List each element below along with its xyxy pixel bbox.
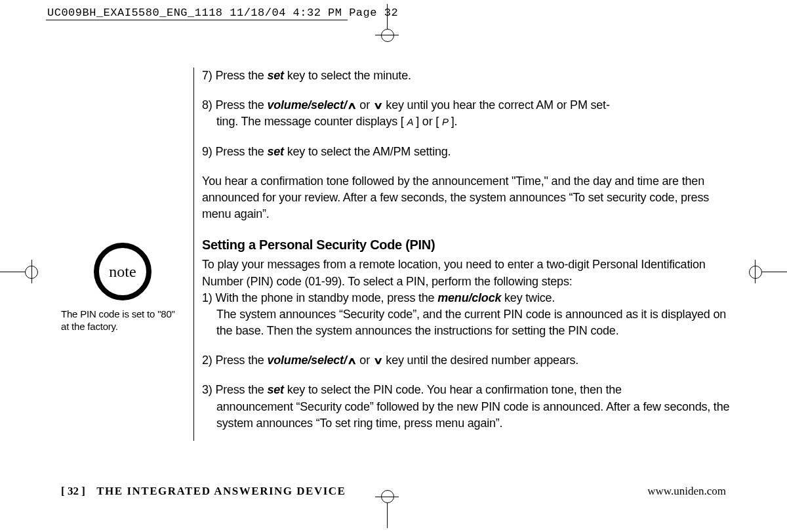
footer-section-title: THE INTEGRATED ANSWERING DEVICE bbox=[96, 485, 346, 497]
note-icon-label: note bbox=[109, 263, 136, 281]
manual-page: UC009BH_EXAI5580_ENG_1118 11/18/04 4:32 … bbox=[0, 0, 787, 532]
step8-indent-b: ] or [ bbox=[413, 115, 441, 128]
step9-text-a: 9) Press the bbox=[202, 145, 267, 158]
sidebar-note: note The PIN code is set to "80" at the … bbox=[61, 243, 182, 333]
crop-mark-left-icon bbox=[0, 272, 26, 272]
footer-url: www.uniden.com bbox=[647, 485, 726, 498]
pin3-text-a: 3) Press the bbox=[202, 383, 267, 396]
step-8: 8) Press the volume/select/∧ or ∨ key un… bbox=[202, 97, 733, 130]
pin2-text-c: key until the desired number appears. bbox=[383, 354, 579, 367]
key-volume-select: volume/select/ bbox=[267, 354, 346, 367]
crop-mark-top-cross bbox=[375, 35, 399, 35]
up-arrow-icon: ∧ bbox=[347, 98, 357, 112]
crop-mark-right-cross bbox=[755, 260, 756, 283]
crop-mark-left-cross bbox=[31, 260, 32, 283]
crop-mark-right-icon bbox=[761, 272, 787, 272]
main-content: 7) Press the set key to select the minut… bbox=[193, 68, 733, 441]
step9-text-b: key to select the AM/PM setting. bbox=[284, 145, 451, 158]
pin2-text-a: 2) Press the bbox=[202, 354, 267, 367]
print-slug: UC009BH_EXAI5580_ENG_1118 11/18/04 4:32 … bbox=[47, 7, 398, 19]
down-arrow-icon: ∨ bbox=[373, 98, 383, 112]
up-arrow-icon: ∧ bbox=[347, 354, 357, 367]
step8-text-c: key until you hear the correct AM or PM … bbox=[383, 98, 610, 112]
note-text: The PIN code is set to "80" at the facto… bbox=[61, 308, 182, 333]
down-arrow-icon: ∨ bbox=[373, 354, 383, 367]
pin-step-2: 2) Press the volume/select/∧ or ∨ key un… bbox=[202, 352, 733, 369]
pin2-text-b: or bbox=[357, 354, 373, 367]
step-7: 7) Press the set key to select the minut… bbox=[202, 68, 733, 84]
slug-underline bbox=[46, 20, 348, 20]
footer-left: [ 32 ] THE INTEGRATED ANSWERING DEVICE bbox=[61, 485, 346, 498]
key-volume-select: volume/select/ bbox=[267, 98, 346, 112]
step7-text-b: key to select the minute. bbox=[284, 69, 411, 82]
crop-mark-bottom-cross bbox=[375, 497, 399, 497]
lcd-p-icon: P bbox=[442, 116, 448, 127]
pin3-text-b: key to select the PIN code. You hear a c… bbox=[284, 383, 622, 396]
crop-mark-bottom-icon bbox=[387, 502, 388, 528]
step7-text-a: 7) Press the bbox=[202, 69, 267, 82]
heading-pin: Setting a Personal Security Code (PIN) bbox=[202, 235, 733, 254]
pin-intro: To play your messages from a remote loca… bbox=[202, 256, 733, 289]
key-set: set bbox=[267, 69, 283, 82]
step8-indent-a: ting. The message counter displays [ bbox=[216, 115, 407, 128]
step8-indent-c: ]. bbox=[448, 115, 457, 128]
note-icon: note bbox=[94, 243, 151, 300]
pin1-text-b: key twice. bbox=[501, 291, 555, 304]
crop-mark-top-icon bbox=[387, 4, 388, 30]
key-set: set bbox=[267, 145, 283, 158]
step8-text-a: 8) Press the bbox=[202, 98, 267, 112]
step8-indent: ting. The message counter displays [ A ]… bbox=[202, 113, 733, 130]
key-set: set bbox=[267, 383, 283, 396]
pin1-indent: The system announces “Security code”, an… bbox=[202, 306, 733, 339]
confirmation-paragraph: You hear a confirmation tone followed by… bbox=[202, 173, 733, 223]
key-menu-clock: menu/clock bbox=[437, 291, 501, 304]
pin3-indent: announcement “Security code” followed by… bbox=[202, 399, 733, 432]
pin-step-3: 3) Press the set key to select the PIN c… bbox=[202, 382, 733, 432]
pin-step-1: 1) With the phone in standby mode, press… bbox=[202, 290, 733, 340]
page-number: [ 32 ] bbox=[61, 485, 85, 497]
step8-text-b: or bbox=[357, 98, 373, 112]
step-9: 9) Press the set key to select the AM/PM… bbox=[202, 144, 733, 160]
pin1-text-a: 1) With the phone in standby mode, press… bbox=[202, 291, 437, 304]
